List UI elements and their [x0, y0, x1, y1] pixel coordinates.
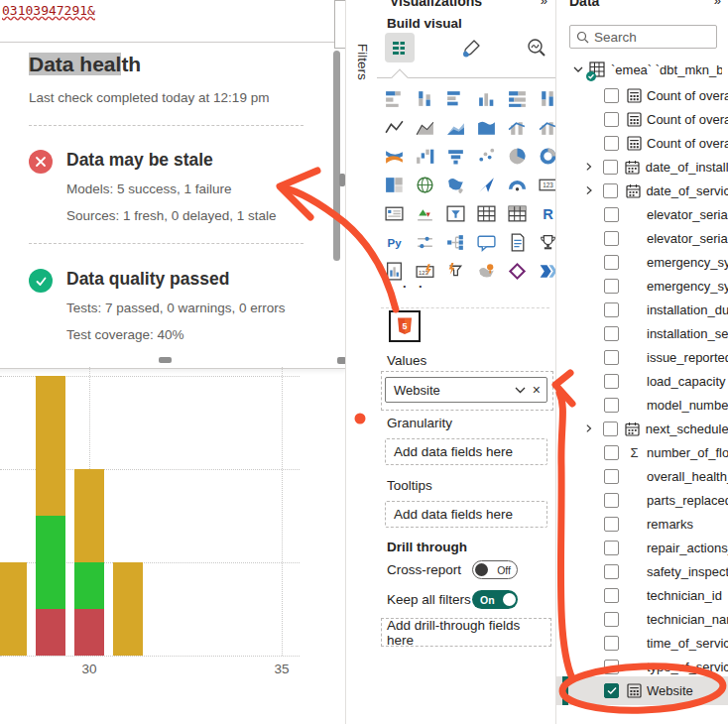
gauge[interactable]: [505, 173, 529, 196]
field-checkbox[interactable]: [604, 255, 619, 270]
format-visual-tab[interactable]: [456, 33, 486, 62]
ribbon-chart[interactable]: [382, 144, 406, 168]
collapse-pane-icon[interactable]: »: [541, 0, 547, 8]
smart-narrative[interactable]: [505, 230, 529, 254]
field-row-elevator_serial_[interactable]: elevator_serial_...: [556, 202, 728, 226]
bar-segment-gold-bin30[interactable]: [74, 469, 104, 562]
resize-handle-bottom[interactable]: [159, 357, 172, 363]
field-row-type_of_service[interactable]: type_of_service: [556, 655, 728, 678]
drill-through-well[interactable]: Add drill-through fields here: [381, 618, 551, 647]
field-checkbox[interactable]: [604, 469, 619, 484]
filled-map[interactable]: [443, 173, 467, 196]
field-checkbox[interactable]: [604, 112, 619, 127]
pie-chart[interactable]: [505, 144, 529, 168]
field-checkbox[interactable]: [603, 160, 618, 175]
field-checkbox[interactable]: [604, 493, 619, 508]
line-chart[interactable]: [382, 115, 406, 139]
field-checkbox[interactable]: [604, 445, 619, 460]
field-row-safety_inspectio[interactable]: safety_inspectio...: [556, 559, 728, 583]
field-checkbox[interactable]: [604, 231, 619, 246]
bar-segment-green-bin30[interactable]: [74, 562, 104, 609]
field-row-time_of_service[interactable]: time_of_service: [556, 631, 728, 655]
clustered-column-chart[interactable]: [474, 86, 498, 110]
chevron-down-icon[interactable]: [515, 387, 526, 394]
field-row-installation_dur[interactable]: installation_dur...: [556, 298, 728, 321]
bar-segment-green-bin29[interactable]: [36, 516, 65, 609]
field-row-technician_id[interactable]: technician_id: [556, 583, 728, 607]
field-checkbox[interactable]: [603, 183, 618, 198]
field-row-installation_serv[interactable]: installation_serv...: [556, 321, 728, 345]
field-row-emergency_syst[interactable]: emergency_syst...: [556, 274, 728, 298]
field-checkbox[interactable]: [604, 564, 619, 579]
azure-map[interactable]: [474, 173, 498, 196]
clustered-bar-chart[interactable]: [443, 86, 467, 110]
stacked-area-chart[interactable]: [443, 115, 467, 139]
search-input[interactable]: Search: [569, 25, 717, 49]
field-row-Countofoveral[interactable]: Count of overal...: [556, 107, 728, 131]
field-checkbox[interactable]: [604, 588, 619, 603]
field-checkbox[interactable]: [604, 207, 619, 222]
bar-segment-red-bin29[interactable]: [36, 609, 65, 656]
tooltip-scrollbar[interactable]: [333, 51, 340, 261]
waterfall-chart[interactable]: [413, 144, 436, 168]
tooltips-well[interactable]: Add data fields here: [385, 501, 547, 528]
field-checkbox[interactable]: [604, 88, 619, 103]
field-row-model_number[interactable]: model_number: [556, 393, 728, 417]
data-health-tooltip-visual[interactable]: Data health Last check completed today a…: [0, 42, 345, 369]
treemap[interactable]: [382, 173, 406, 196]
field-checkbox[interactable]: [604, 612, 619, 627]
decomposition-tree[interactable]: [443, 230, 467, 254]
kpi[interactable]: [413, 201, 436, 225]
field-row-overall_health_c[interactable]: overall_health_c...: [556, 464, 728, 488]
100-stacked-area-chart[interactable]: [474, 115, 498, 139]
html-content-visual-button[interactable]: 5: [389, 310, 421, 342]
histogram-visual[interactable]: 3035: [0, 367, 345, 724]
field-checkbox[interactable]: [604, 541, 619, 555]
analytics-tab[interactable]: [522, 33, 551, 62]
bar-segment-gold-bin31[interactable]: [113, 562, 143, 656]
field-checkbox[interactable]: [604, 350, 619, 365]
arcgis-map[interactable]: [474, 259, 498, 283]
bar-segment-gold-bin29[interactable]: [36, 376, 65, 516]
field-checkbox[interactable]: [604, 136, 619, 151]
field-row-next_scheduled[interactable]: next_scheduled...: [556, 417, 728, 440]
model-root-row[interactable]: `emea` `dbt_mkn_bron...: [556, 58, 728, 81]
field-row-elevator_serial_[interactable]: elevator_serial_...: [556, 226, 728, 250]
table[interactable]: [474, 201, 498, 225]
get-more-visuals-button[interactable]: · · ·: [387, 279, 426, 294]
power-apps[interactable]: [505, 259, 529, 283]
chevron-down-icon[interactable]: [573, 66, 583, 73]
100-stacked-bar-chart[interactable]: [505, 86, 529, 110]
resize-handle-corner[interactable]: [337, 357, 345, 364]
field-checkbox[interactable]: [604, 636, 619, 651]
matrix[interactable]: [505, 201, 529, 225]
map[interactable]: [413, 173, 436, 196]
bar-segment-gold-bin28[interactable]: [0, 562, 27, 656]
field-row-date_of_installa[interactable]: date_of_installa...: [556, 155, 728, 179]
field-checkbox[interactable]: [604, 326, 619, 341]
field-checkbox[interactable]: [604, 302, 619, 317]
field-checkbox[interactable]: [604, 279, 619, 294]
chevron-right-icon[interactable]: [586, 185, 592, 195]
field-checkbox[interactable]: [603, 422, 618, 436]
field-row-date_of_service[interactable]: date_of_service: [556, 179, 728, 202]
field-checkbox[interactable]: [604, 374, 619, 389]
collapse-pane-icon[interactable]: »: [714, 0, 721, 8]
qa-visual[interactable]: [474, 230, 498, 254]
slicer-new[interactable]: [443, 259, 467, 283]
field-row-issue_reported[interactable]: issue_reported: [556, 345, 728, 369]
field-checkbox[interactable]: [604, 398, 619, 413]
multi-row-card[interactable]: [382, 201, 406, 225]
area-chart[interactable]: [413, 115, 436, 139]
report-canvas[interactable]: 03103947291& Data health Last check comp…: [0, 0, 345, 724]
build-visual-tab[interactable]: [385, 33, 415, 62]
funnel-chart[interactable]: [443, 144, 467, 168]
resize-handle-right[interactable]: [339, 174, 345, 186]
field-row-Countofoveral[interactable]: Count of overal...: [556, 131, 728, 155]
field-row-load_capacity[interactable]: load_capacity: [556, 369, 728, 393]
keep-all-filters-toggle[interactable]: On: [472, 590, 518, 609]
cross-report-toggle[interactable]: Off: [472, 560, 518, 579]
field-row-repair_actions_t[interactable]: repair_actions_t...: [556, 536, 728, 559]
field-row-number_of_floo[interactable]: Σnumber_of_floo...: [556, 440, 728, 464]
bar-segment-red-bin30[interactable]: [74, 609, 104, 656]
